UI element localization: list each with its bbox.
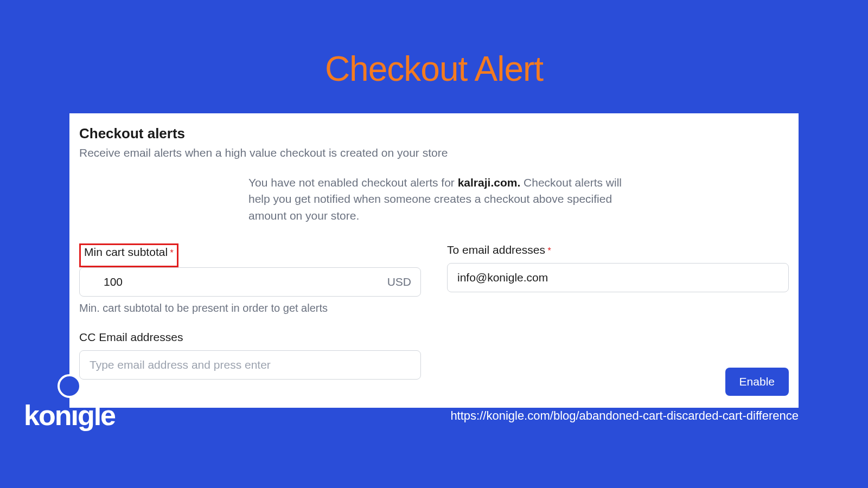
to-email-input-wrap (447, 263, 789, 292)
page-title: Checkout Alert (0, 0, 868, 89)
help-badge-icon[interactable] (58, 374, 81, 398)
konigle-logo: konigle (24, 399, 115, 432)
currency-suffix: USD (387, 275, 411, 288)
form-row-2: CC Email addresses (79, 331, 789, 380)
card-title: Checkout alerts (79, 125, 789, 142)
form-row-1: Min cart subtotal * USD Min. cart subtot… (79, 243, 789, 314)
checkout-alerts-card: Checkout alerts Receive email alerts whe… (69, 113, 799, 408)
card-subtitle: Receive email alerts when a high value c… (79, 146, 789, 159)
required-mark: * (170, 248, 174, 258)
required-mark: * (547, 246, 551, 255)
cc-email-input-wrap (79, 350, 421, 380)
min-subtotal-helper: Min. cart subtotal to be present in orde… (79, 302, 421, 314)
min-subtotal-col: Min cart subtotal * USD Min. cart subtot… (79, 243, 421, 314)
min-subtotal-label-highlight: Min cart subtotal * (79, 243, 178, 267)
footer-url: https://konigle.com/blog/abandoned-cart-… (450, 409, 799, 423)
min-subtotal-input-wrap: USD (79, 267, 421, 297)
to-email-label: To email addresses (447, 243, 545, 256)
to-email-col: To email addresses * (447, 243, 789, 314)
enable-button[interactable]: Enable (725, 368, 789, 396)
to-email-input[interactable] (447, 263, 789, 292)
cc-email-input[interactable] (79, 350, 421, 380)
cc-email-col: CC Email addresses (79, 331, 421, 380)
min-subtotal-label: Min cart subtotal (84, 246, 168, 259)
cc-email-label: CC Email addresses (79, 331, 183, 344)
info-text: You have not enabled checkout alerts for… (248, 175, 637, 224)
info-domain: kalraji.com. (458, 176, 521, 189)
info-prefix: You have not enabled checkout alerts for (248, 176, 458, 189)
min-subtotal-input[interactable] (79, 267, 421, 297)
